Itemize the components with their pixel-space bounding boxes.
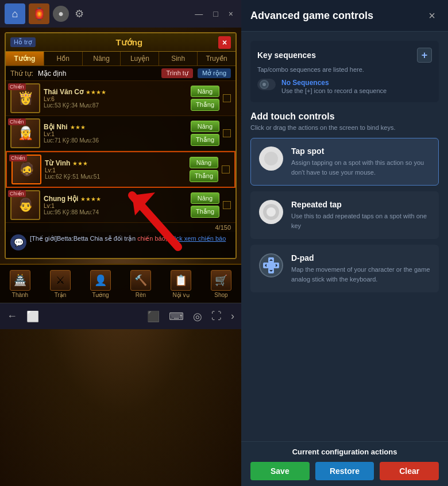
- save-button[interactable]: Save: [250, 462, 310, 480]
- nang-button[interactable]: Nâng: [191, 86, 219, 97]
- mo-rong-button[interactable]: Mở rộng: [198, 68, 231, 78]
- right-panel: Advanced game controls × Key sequences +…: [241, 0, 448, 486]
- chat-link[interactable]: Click xem chiến báo: [169, 235, 226, 242]
- panel-title: Advanced game controls: [250, 10, 425, 22]
- screenshot-icon[interactable]: ⬛: [145, 308, 162, 325]
- nang-button[interactable]: Nâng: [191, 192, 219, 204]
- char-level: Lv:1: [44, 131, 187, 137]
- chat-icon: 💬: [10, 234, 26, 250]
- nav-shop[interactable]: 🛒 Shop: [201, 265, 241, 303]
- dpad-icon: [259, 253, 283, 277]
- thang-button[interactable]: Thắng: [191, 134, 219, 146]
- nav-tran[interactable]: ⚔ Trận: [40, 265, 80, 303]
- home-button[interactable]: ⌂: [5, 3, 25, 24]
- dpad-card[interactable]: D-pad Map the movement of your character…: [250, 245, 439, 292]
- char-info: Từ Vinh ★★★ Lv:1 Luc:62 Kỹ:51 Mưu:51: [45, 159, 186, 180]
- panel-close-button[interactable]: ×: [425, 8, 439, 24]
- tab-sinh[interactable]: Sinh: [159, 52, 198, 65]
- nang-button[interactable]: Nâng: [190, 157, 218, 168]
- char-level: Lv:6: [44, 96, 187, 102]
- character-card: Chiến 👨 Chung Hội ★★★★ Lv:1 Luc:95 Kỹ:88…: [6, 188, 235, 223]
- char-checkbox[interactable]: [223, 201, 231, 209]
- char-stats: Luc:53 Kỹ:34 Mưu:87: [44, 102, 187, 109]
- close-app-button[interactable]: ×: [225, 8, 237, 20]
- sequence-toggle-icon: [257, 79, 276, 90]
- nang-button[interactable]: Nâng: [191, 121, 219, 132]
- tab-tuong[interactable]: Tướng: [6, 52, 44, 65]
- char-name: Bội Nhi: [44, 123, 68, 131]
- character-card: Chiến 🧝 Bội Nhi ★★★ Lv:1 Luc:71 Kỹ:80 Mư…: [6, 116, 235, 151]
- touch-controls-section: Add touch controls Click or drag the act…: [250, 111, 439, 298]
- game-thumbnail[interactable]: 🏮: [29, 3, 49, 24]
- more-icon[interactable]: ›: [229, 308, 237, 325]
- char-actions: Nâng Thắng: [190, 157, 218, 182]
- char-checkbox[interactable]: [223, 129, 231, 137]
- thang-button[interactable]: Thắng: [191, 99, 219, 111]
- camera-icon[interactable]: ◎: [191, 308, 204, 325]
- thang-button[interactable]: Thắng: [190, 170, 218, 182]
- nav-ren[interactable]: 🔨 Rèn: [121, 265, 161, 303]
- chat-content: [Thế giới]Betta:Betta Chia sẽ đối trận: [30, 235, 137, 242]
- game-panel: ⌂ 🏮 ● ⚙ — □ × Hỗ trợ Tướng × Tướng Hồn N…: [0, 0, 241, 486]
- keyboard-icon[interactable]: ⌨: [167, 308, 186, 325]
- dpad-info: D-pad Map the movement of your character…: [291, 253, 430, 284]
- char-stars: ★★★: [72, 160, 88, 167]
- sort-bar: Thứ tự: Mặc định Trình tự Mở rộng: [6, 66, 235, 81]
- maximize-button[interactable]: □: [210, 8, 221, 20]
- char-info: Thái Văn Cơ ★★★★ Lv:6 Luc:53 Kỹ:34 Mưu:8…: [44, 88, 187, 109]
- nav-tuong-icon: 👤: [90, 270, 111, 291]
- nav-noivu-label: Nội vụ: [172, 292, 189, 298]
- char-actions: Nâng Thắng: [191, 121, 219, 146]
- touch-controls-subtitle: Click or drag the actions on the screen …: [250, 124, 439, 131]
- add-sequence-button[interactable]: +: [417, 48, 432, 63]
- nav-noivu-icon: 📋: [171, 270, 191, 291]
- trinh-tu-button[interactable]: Trình tự: [161, 68, 192, 78]
- restore-button[interactable]: Restore: [315, 462, 374, 480]
- clear-button[interactable]: Clear: [380, 462, 439, 480]
- char-info: Chung Hội ★★★★ Lv:1 Luc:95 Kỹ:88 Mưu:74: [44, 195, 187, 215]
- nav-shop-icon: 🛒: [211, 270, 231, 291]
- window-title: Tướng: [40, 37, 218, 48]
- minimize-button[interactable]: —: [191, 8, 206, 20]
- char-checkbox[interactable]: [222, 165, 230, 173]
- home-nav-icon[interactable]: ⬜: [24, 308, 41, 325]
- char-checkbox[interactable]: [223, 94, 231, 102]
- character-list: Chiến 👸 Thái Văn Cơ ★★★★ Lv:6 Luc:53 Kỹ:…: [6, 81, 235, 223]
- sequence-inner: [262, 83, 266, 86]
- panel-header: Advanced game controls ×: [241, 0, 448, 32]
- nav-tran-icon: ⚔: [50, 270, 71, 291]
- window-close-button[interactable]: ×: [218, 36, 231, 49]
- nav-tuong[interactable]: 👤 Tướng: [80, 265, 121, 303]
- no-sequences-text: No Sequences Use the [+] icon to record …: [281, 79, 387, 95]
- no-sequences-area: No Sequences Use the [+] icon to record …: [257, 79, 432, 95]
- tab-nang[interactable]: Nâng: [83, 52, 121, 65]
- fullscreen-icon[interactable]: ⛶: [209, 308, 224, 325]
- nav-tran-label: Trận: [55, 292, 67, 298]
- back-icon[interactable]: ←: [5, 308, 20, 325]
- nav-thanh[interactable]: 🏯 Thành: [0, 265, 40, 303]
- settings-icon[interactable]: ⚙: [72, 5, 86, 22]
- tab-luyen[interactable]: Luyện: [121, 52, 159, 65]
- bottom-nav: 🏯 Thành ⚔ Trận 👤 Tướng 🔨 Rèn 📋 Nội vụ 🛒 …: [0, 264, 241, 303]
- sort-value: Mặc định: [38, 70, 157, 78]
- repeated-tap-card[interactable]: Repeated tap Use this to add repeated ta…: [250, 191, 439, 239]
- tap-spot-card[interactable]: Tap spot Assign tapping on a spot with t…: [250, 138, 439, 186]
- nav-ren-icon: 🔨: [130, 270, 151, 291]
- char-name: Chung Hội: [44, 195, 78, 203]
- no-sequences-link[interactable]: No Sequences: [281, 79, 387, 87]
- very-bottom-toolbar: ← ⬜ ⬛ ⌨ ◎ ⛶ ›: [0, 303, 241, 329]
- key-sequences-title: Key sequences: [257, 51, 316, 60]
- dpad-title: D-pad: [291, 253, 430, 263]
- tap-spot-desc: Assign tapping on a spot with this actio…: [291, 158, 430, 177]
- nav-noivụ[interactable]: 📋 Nội vụ: [161, 265, 201, 303]
- tab-hon[interactable]: Hồn: [44, 52, 83, 65]
- thang-button[interactable]: Thắng: [191, 206, 219, 218]
- char-level: Lv:1: [44, 203, 187, 209]
- game-window-header: Hỗ trợ Tướng ×: [6, 33, 235, 52]
- profile-icon[interactable]: ●: [53, 6, 69, 22]
- touch-controls-title: Add touch controls: [250, 111, 439, 122]
- game-tabs: Tướng Hồn Nâng Luyện Sinh Truyền: [6, 52, 235, 66]
- tab-truyen[interactable]: Truyền: [198, 52, 235, 65]
- char-actions: Nâng Thắng: [191, 86, 219, 111]
- key-sequences-subtitle: Tap/combo sequences are listed here.: [257, 66, 432, 73]
